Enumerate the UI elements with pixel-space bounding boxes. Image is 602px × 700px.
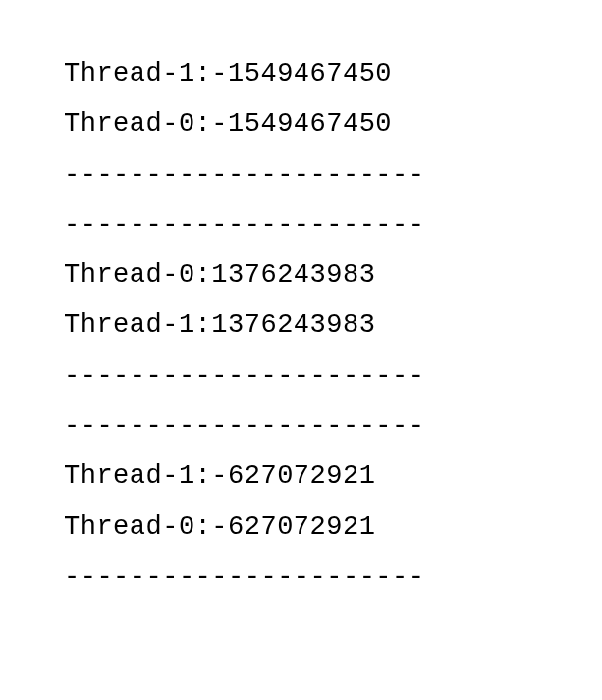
output-line: ----------------------: [64, 200, 538, 250]
output-line: Thread-0:-627072921: [64, 503, 538, 553]
output-line: Thread-1:-627072921: [64, 452, 538, 502]
output-line: ----------------------: [64, 351, 538, 402]
output-line: Thread-1:-1549467450: [64, 49, 538, 99]
output-line: Thread-1:1376243983: [64, 300, 538, 350]
output-line: ----------------------: [64, 402, 538, 452]
output-line: Thread-0:1376243983: [64, 250, 538, 300]
output-line: ----------------------: [64, 553, 538, 603]
console-output: Thread-1:-1549467450 Thread-0:-154946745…: [64, 49, 538, 603]
output-line: ----------------------: [64, 150, 538, 200]
output-line: Thread-0:-1549467450: [64, 99, 538, 149]
